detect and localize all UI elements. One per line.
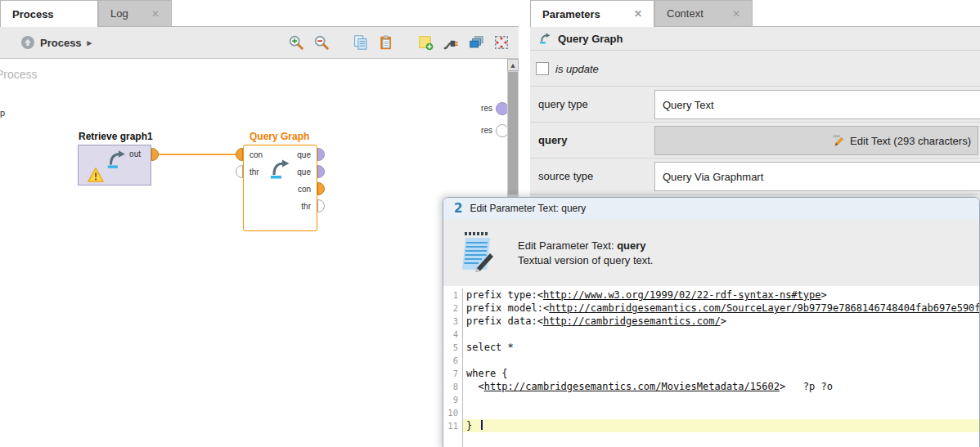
port-label-que: que (297, 150, 311, 159)
chevron-right-icon: ▸ (88, 38, 92, 48)
line-number: 1 (443, 288, 463, 302)
tab-log[interactable]: Log ✕ (98, 0, 172, 26)
operator-retrieve-graph1[interactable]: out (78, 145, 151, 186)
retrieve-operator-icon (105, 148, 129, 171)
tab-context[interactable]: Context ✕ (654, 0, 753, 26)
operator-body: con thr que que con thr (243, 145, 317, 231)
param-row-source-type: source type Query Via Graphmart (530, 159, 980, 194)
is-update-label: is update (555, 63, 599, 75)
dialog-titlebar[interactable]: 2 Edit Parameter Text: query (443, 198, 979, 219)
port-label-thr-out: thr (301, 202, 311, 211)
close-icon[interactable]: ✕ (151, 8, 160, 20)
code-line: 8 <http://cambridgesemantics.com/MoviesM… (443, 380, 979, 393)
result-port-label: res (468, 104, 492, 113)
code-editor[interactable]: 1prefix type:<http://www.w3.org/1999/02/… (443, 286, 979, 447)
operator-label-retrieve: Retrieve graph1 (79, 131, 153, 142)
zoom-out-icon[interactable] (312, 34, 330, 51)
line-number: 5 (443, 341, 463, 354)
line-number: 11 (443, 419, 463, 432)
line-number: 10 (443, 406, 463, 419)
tab-process-label: Process (12, 8, 54, 20)
add-note-icon[interactable] (416, 34, 434, 51)
is-update-checkbox[interactable] (536, 62, 549, 75)
port-label-con: con (249, 150, 263, 159)
operator-query-graph[interactable]: con thr que que con thr (243, 145, 317, 231)
port-que-out[interactable] (317, 148, 325, 161)
port-label-que2: que (297, 168, 311, 177)
scrollbar-up-icon[interactable]: ▲ (507, 59, 519, 71)
query-operator-icon (538, 32, 552, 45)
param-row-query: query Edit Text (293 characters) (530, 123, 980, 159)
dialog-heading-prefix: Edit Parameter Text: (518, 239, 617, 252)
dialog-subtitle: Textual version of query text. (518, 254, 653, 266)
query-type-label: query type (538, 98, 588, 110)
query-operator-icon (267, 157, 294, 181)
tab-parameters-label: Parameters (542, 8, 600, 20)
source-type-label: source type (538, 170, 593, 182)
port-con-in[interactable] (236, 148, 243, 161)
app-logo-icon: 2 (454, 203, 462, 215)
query-type-select[interactable]: Query Text (654, 90, 980, 119)
breadcrumb[interactable]: Process ▸ (21, 36, 92, 49)
clipped-input-port-label: p (0, 108, 5, 118)
code-line: 2prefix model:<http://cambridgesemantics… (443, 302, 979, 315)
port-con-out[interactable] (317, 182, 325, 195)
tab-log-label: Log (110, 7, 128, 20)
code-line: 9 (443, 393, 979, 406)
paste-icon[interactable] (377, 34, 395, 51)
close-icon[interactable]: ✕ (634, 8, 642, 20)
tab-parameters[interactable]: Parameters ✕ (530, 0, 654, 27)
tab-context-label: Context (667, 7, 704, 20)
source-type-select[interactable]: Query Via Graphmart (654, 162, 980, 191)
query-label: query (538, 134, 567, 146)
line-number: 9 (443, 393, 463, 406)
code-line: 1prefix type:<http://www.w3.org/1999/02/… (443, 288, 979, 302)
port-que2-out[interactable] (317, 165, 325, 178)
auto-wire-icon[interactable] (442, 34, 460, 51)
port-label-thr: thr (249, 168, 259, 177)
port-thr-out[interactable] (317, 199, 325, 212)
dialog-header-text: Edit Parameter Text: query Textual versi… (518, 239, 653, 266)
arrange-icon[interactable] (467, 34, 485, 51)
query-type-value: Query Text (663, 99, 714, 111)
process-toolbar: Process ▸ (0, 27, 519, 59)
warning-icon (87, 167, 105, 183)
line-number: 8 (443, 380, 463, 393)
line-number: 7 (443, 367, 463, 380)
code-line: 3prefix data:<http://cambridgesemantics.… (443, 315, 979, 328)
line-number: 3 (443, 315, 463, 328)
zoom-in-icon[interactable] (287, 34, 305, 51)
result-port-label: res (468, 126, 492, 135)
close-icon[interactable]: ✕ (732, 8, 740, 20)
code-line: 10 (443, 406, 979, 419)
app-window: Process Log ✕ Process ▸ Process p (0, 0, 980, 447)
edit-text-button[interactable]: Edit Text (293 characters) (654, 126, 978, 155)
text-caret (481, 420, 483, 430)
operator-body: out (78, 145, 151, 186)
code-line: 5select * (443, 341, 979, 354)
param-row-query-type: query type Query Text (530, 87, 980, 123)
dialog-header: Edit Parameter Text: query Textual versi… (443, 219, 979, 286)
copy-icon[interactable] (352, 34, 370, 51)
param-row-is-update: is update (530, 51, 980, 87)
dialog-heading-param: query (617, 239, 645, 252)
code-line: 6 (443, 354, 979, 367)
line-number: 4 (443, 328, 463, 341)
canvas-watermark: Process (0, 68, 38, 81)
port-out[interactable] (151, 148, 159, 161)
fit-view-icon[interactable] (492, 34, 510, 51)
edit-text-button-label: Edit Text (293 characters) (850, 135, 971, 147)
right-tabstrip: Parameters ✕ Context ✕ (530, 0, 980, 27)
up-circle-icon (21, 36, 34, 49)
parameters-operator-header: Query Graph (530, 27, 980, 51)
process-tabstrip: Process Log ✕ (0, 0, 519, 27)
scrollbar-thumb[interactable] (508, 72, 518, 194)
line-number: 6 (443, 354, 463, 367)
tab-process[interactable]: Process (0, 0, 98, 27)
edit-parameter-dialog: 2 Edit Parameter Text: query Edit Parame… (443, 197, 980, 447)
process-canvas[interactable]: Process p Retrieve graph1 out Query Grap… (0, 59, 519, 447)
source-type-value: Query Via Graphmart (663, 171, 763, 183)
code-line: 7where { (443, 367, 979, 380)
code-editor-empty-area (443, 432, 979, 447)
port-thr-in[interactable] (236, 165, 243, 178)
